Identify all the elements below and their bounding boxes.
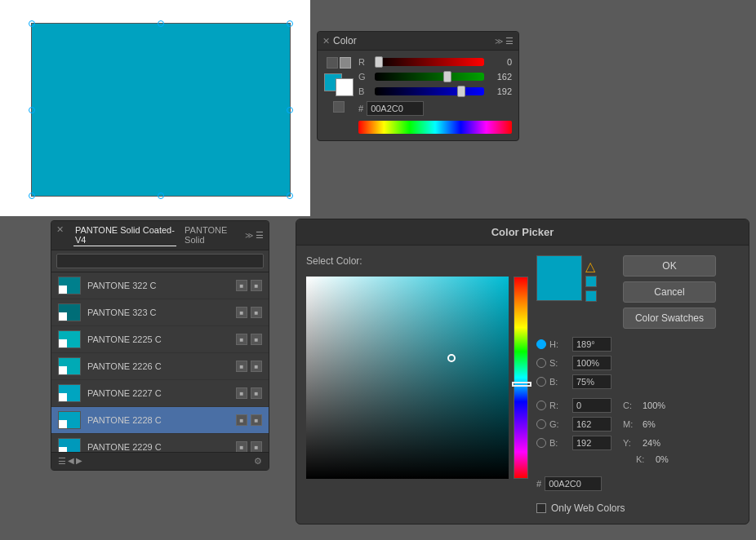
pantone-tab-1[interactable]: PANTONE Solid Coated-V4 bbox=[73, 224, 176, 246]
pantone-icon-1[interactable]: ■ bbox=[236, 361, 247, 372]
pantone-icon-2[interactable]: ■ bbox=[251, 307, 262, 318]
pantone-list-item[interactable]: PANTONE 2227 C ■ ■ bbox=[51, 380, 269, 407]
r-row: R 0 bbox=[358, 57, 512, 67]
r-slider[interactable] bbox=[375, 58, 484, 66]
hsb-b-radio[interactable] bbox=[536, 377, 546, 387]
s-input[interactable] bbox=[572, 356, 611, 370]
pantone-swatch bbox=[58, 384, 81, 402]
pantone-list-item[interactable]: PANTONE 2229 C ■ ■ bbox=[51, 434, 269, 452]
pantone-icon-1[interactable]: ■ bbox=[236, 307, 247, 318]
cancel-button[interactable]: Cancel bbox=[623, 281, 716, 303]
c-label: C: bbox=[623, 401, 639, 410]
pantone-name: PANTONE 2228 C bbox=[87, 415, 236, 425]
m-value: 6% bbox=[643, 419, 675, 429]
g-label: G bbox=[358, 72, 370, 82]
pantone-swatch bbox=[58, 277, 81, 294]
r-thumb[interactable] bbox=[375, 56, 383, 68]
b-val-input[interactable] bbox=[572, 436, 611, 450]
picker-hex-input[interactable] bbox=[545, 476, 602, 491]
only-web-checkbox[interactable] bbox=[536, 503, 546, 513]
r-radio[interactable] bbox=[536, 401, 546, 410]
g-val-input[interactable] bbox=[572, 417, 611, 432]
pantone-icon-1[interactable]: ■ bbox=[236, 441, 247, 452]
pantone-expand-icon[interactable]: ≫ bbox=[245, 231, 252, 240]
handle-bl[interactable] bbox=[29, 193, 35, 199]
pantone-icon-2[interactable]: ■ bbox=[251, 387, 262, 399]
g-thumb[interactable] bbox=[443, 71, 451, 82]
pantone-close-icon[interactable]: ✕ bbox=[56, 224, 64, 246]
pantone-tabs: ✕ PANTONE Solid Coated-V4 PANTONE Solid bbox=[56, 224, 245, 246]
pantone-icon-1[interactable]: ■ bbox=[236, 387, 247, 399]
g-radio[interactable] bbox=[536, 419, 546, 429]
color-mode-icon2[interactable] bbox=[340, 57, 351, 69]
h-radio[interactable] bbox=[536, 339, 546, 349]
b-slider[interactable] bbox=[375, 87, 484, 95]
pantone-list-item[interactable]: PANTONE 2225 C ■ ■ bbox=[51, 326, 269, 353]
pantone-icon-2[interactable]: ■ bbox=[251, 280, 262, 291]
pantone-list-item[interactable]: PANTONE 322 C ■ ■ bbox=[51, 272, 269, 299]
pantone-tab-2[interactable]: PANTONE Solid bbox=[183, 224, 245, 246]
handle-ml[interactable] bbox=[29, 107, 35, 113]
handle-br[interactable] bbox=[287, 193, 293, 199]
pantone-icon-1[interactable]: ■ bbox=[236, 334, 247, 345]
handle-mr[interactable] bbox=[287, 107, 293, 113]
out-of-gamut-icon[interactable] bbox=[333, 101, 345, 113]
pantone-icon-1[interactable]: ■ bbox=[236, 414, 247, 426]
pantone-swatch bbox=[58, 357, 81, 375]
pantone-list-item[interactable]: PANTONE 323 C ■ ■ bbox=[51, 299, 269, 326]
fg-bg-swatch[interactable] bbox=[324, 73, 354, 96]
pantone-list-item[interactable]: PANTONE 2226 C ■ ■ bbox=[51, 353, 269, 380]
g-slider[interactable] bbox=[375, 73, 484, 81]
pantone-swatch bbox=[58, 411, 81, 429]
handle-tl[interactable] bbox=[29, 20, 35, 27]
color-swatches-button[interactable]: Color Swatches bbox=[623, 308, 716, 329]
current-color-box bbox=[536, 255, 582, 301]
pantone-list-item[interactable]: PANTONE 2228 C ■ ■ bbox=[51, 407, 269, 434]
hsb-b-row: B: bbox=[536, 374, 716, 389]
pantone-icon-2[interactable]: ■ bbox=[251, 441, 262, 452]
pantone-menu-icon[interactable]: ☰ bbox=[256, 230, 264, 241]
color-mode-icon1[interactable] bbox=[327, 57, 338, 69]
picker-title: Color Picker bbox=[491, 226, 554, 238]
background-swatch[interactable] bbox=[336, 78, 354, 96]
prev-arrow-icon[interactable]: ◀ bbox=[68, 456, 74, 467]
r-label: R bbox=[358, 57, 370, 67]
picker-right: △ OK Cancel Color Swatches H: bbox=[536, 255, 716, 514]
hsb-b-label: B: bbox=[549, 377, 569, 387]
hsb-b-input[interactable] bbox=[572, 374, 611, 389]
b-radio[interactable] bbox=[536, 438, 546, 448]
spectrum-bar[interactable] bbox=[358, 121, 512, 134]
b-thumb[interactable] bbox=[457, 86, 465, 97]
s-row: S: bbox=[536, 356, 716, 370]
handle-tr[interactable] bbox=[287, 20, 293, 27]
handle-tm[interactable] bbox=[158, 20, 164, 27]
picker-hex-label: # bbox=[536, 479, 541, 489]
pantone-swatch bbox=[58, 330, 81, 348]
close-icon[interactable]: ✕ bbox=[322, 36, 330, 46]
r-val-row: R: C: 100% bbox=[536, 398, 716, 413]
color-panel: ✕ Color ≫ ☰ bbox=[317, 31, 519, 141]
pantone-icon-1[interactable]: ■ bbox=[236, 280, 247, 291]
pantone-header: ✕ PANTONE Solid Coated-V4 PANTONE Solid … bbox=[51, 221, 269, 250]
handle-bm[interactable] bbox=[158, 193, 164, 199]
hex-input[interactable] bbox=[367, 101, 424, 116]
gradient-cursor[interactable] bbox=[447, 354, 456, 362]
pantone-icon-2[interactable]: ■ bbox=[251, 414, 262, 426]
s-radio[interactable] bbox=[536, 358, 546, 368]
expand-icon[interactable]: ≫ bbox=[495, 37, 502, 46]
next-arrow-icon[interactable]: ▶ bbox=[76, 456, 82, 467]
h-input[interactable] bbox=[572, 337, 611, 352]
footer-settings-icon[interactable]: ⚙ bbox=[254, 456, 262, 467]
gradient-box[interactable] bbox=[306, 277, 509, 479]
pantone-search-input[interactable] bbox=[56, 254, 264, 268]
pantone-search bbox=[51, 250, 269, 272]
r-val-input[interactable] bbox=[572, 398, 611, 413]
pantone-icon-2[interactable]: ■ bbox=[251, 361, 262, 372]
hue-thumb[interactable] bbox=[512, 382, 531, 387]
h-row: H: bbox=[536, 337, 716, 352]
footer-layers-icon[interactable]: ☰ bbox=[58, 456, 66, 467]
pantone-icon-2[interactable]: ■ bbox=[251, 334, 262, 345]
menu-icon[interactable]: ☰ bbox=[505, 36, 514, 46]
hue-track[interactable] bbox=[514, 277, 528, 479]
ok-button[interactable]: OK bbox=[623, 255, 716, 277]
